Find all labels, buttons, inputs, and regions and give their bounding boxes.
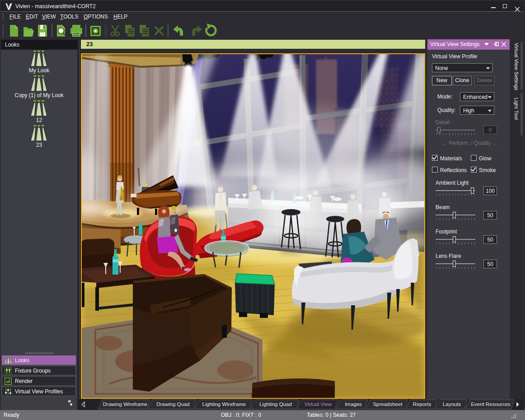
svg-text:Drawing Wireframe: Drawing Wireframe (103, 401, 147, 407)
svg-text:Lighting Quad: Lighting Quad (259, 401, 292, 407)
svg-text:Spreadsheet: Spreadsheet (373, 401, 403, 407)
svg-text:Images: Images (345, 401, 362, 407)
svg-text:Reports: Reports (413, 401, 431, 407)
svg-text:Drawing Quad: Drawing Quad (156, 401, 190, 407)
svg-text:Event Resources: Event Resources (471, 401, 511, 407)
svg-text:Layouts: Layouts (443, 401, 461, 407)
svg-text:Lighting Wireframe: Lighting Wireframe (202, 401, 246, 407)
svg-text:Virtual View: Virtual View (305, 401, 332, 407)
